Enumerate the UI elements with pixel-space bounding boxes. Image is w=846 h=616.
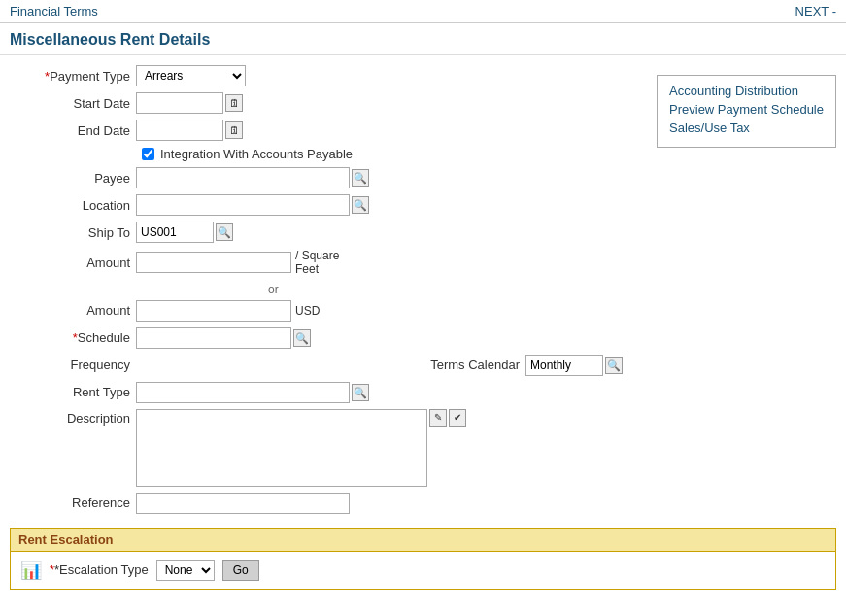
schedule-input[interactable] bbox=[136, 327, 291, 349]
description-row: Description ✎ ✔ bbox=[10, 409, 836, 487]
amount-sqft-input[interactable] bbox=[136, 252, 291, 273]
rent-escalation-chart-icon: 📊 bbox=[20, 560, 42, 581]
end-date-calendar-icon[interactable]: 🗓 bbox=[225, 121, 243, 139]
rent-type-search-icon[interactable]: 🔍 bbox=[352, 384, 369, 401]
location-row: Location 🔍 bbox=[10, 194, 836, 216]
terms-calendar-label: Terms Calendar bbox=[430, 358, 520, 372]
schedule-label: *Schedule bbox=[10, 330, 136, 345]
usd-label: USD bbox=[295, 304, 320, 318]
terms-calendar-input[interactable] bbox=[525, 355, 603, 376]
integration-checkbox[interactable] bbox=[142, 148, 154, 160]
terms-calendar-search-icon[interactable]: 🔍 bbox=[605, 357, 623, 374]
financial-terms-nav[interactable]: Financial Terms bbox=[10, 4, 98, 18]
integration-label: Integration With Accounts Payable bbox=[160, 147, 353, 161]
payment-type-select[interactable]: Arrears Advance Due on Receipt bbox=[136, 65, 246, 86]
amount-sqft-row: Amount / SquareFeet bbox=[10, 249, 836, 277]
description-textarea[interactable] bbox=[136, 409, 427, 487]
description-edit-icon[interactable]: ✎ bbox=[429, 409, 447, 427]
ship-to-row: Ship To 🔍 bbox=[10, 222, 836, 243]
schedule-row: *Schedule 🔍 bbox=[10, 327, 836, 349]
integration-row: Integration With Accounts Payable bbox=[142, 147, 836, 161]
reference-row: Reference bbox=[10, 493, 836, 514]
or-row: or bbox=[142, 283, 836, 296]
rent-escalation-header: Rent Escalation bbox=[11, 529, 835, 552]
ship-to-input[interactable] bbox=[136, 222, 214, 243]
rent-escalation-body: 📊 **Escalation Type None Fixed CPI Go bbox=[11, 552, 835, 589]
rent-escalation-section: Rent Escalation 📊 **Escalation Type None… bbox=[10, 528, 836, 590]
rent-type-row: Rent Type 🔍 bbox=[10, 382, 836, 403]
description-label: Description bbox=[10, 409, 136, 426]
amount-label: Amount bbox=[10, 256, 136, 270]
payee-row: Payee 🔍 bbox=[10, 167, 836, 188]
amount-usd-input[interactable] bbox=[136, 300, 291, 322]
ship-to-search-icon[interactable]: 🔍 bbox=[216, 223, 233, 241]
or-label: or bbox=[268, 283, 279, 296]
payee-search-icon[interactable]: 🔍 bbox=[352, 169, 369, 187]
amount-usd-row: Amount USD bbox=[10, 300, 836, 322]
description-lookup-icon[interactable]: ✔ bbox=[449, 409, 466, 427]
page-title: Miscellaneous Rent Details bbox=[0, 23, 846, 55]
rent-type-label: Rent Type bbox=[10, 385, 136, 399]
payee-input[interactable] bbox=[136, 167, 350, 188]
start-date-input[interactable] bbox=[136, 92, 223, 114]
location-label: Location bbox=[10, 198, 136, 213]
escalation-type-label: **Escalation Type bbox=[50, 563, 149, 577]
payment-type-label: **Payment TypePayment Type bbox=[10, 69, 136, 84]
ship-to-label: Ship To bbox=[10, 225, 136, 240]
amount-usd-label: Amount bbox=[10, 303, 136, 318]
sales-use-tax-link[interactable]: Sales/Use Tax bbox=[669, 120, 824, 135]
end-date-input[interactable] bbox=[136, 120, 223, 141]
go-button[interactable]: Go bbox=[222, 560, 259, 581]
escalation-type-select[interactable]: None Fixed CPI bbox=[156, 560, 215, 581]
preview-payment-schedule-link[interactable]: Preview Payment Schedule bbox=[669, 102, 824, 117]
location-search-icon[interactable]: 🔍 bbox=[352, 196, 369, 214]
next-nav[interactable]: NEXT - bbox=[795, 4, 836, 18]
accounting-distribution-link[interactable]: Accounting Distribution bbox=[669, 84, 824, 98]
end-date-label: End Date bbox=[10, 123, 136, 138]
sidebar-actions-box: Accounting Distribution Preview Payment … bbox=[657, 75, 836, 148]
frequency-terms-row: Frequency Terms Calendar 🔍 bbox=[10, 355, 836, 376]
reference-input[interactable] bbox=[136, 493, 350, 514]
start-date-calendar-icon[interactable]: 🗓 bbox=[225, 94, 243, 112]
schedule-search-icon[interactable]: 🔍 bbox=[293, 329, 311, 347]
payee-label: Payee bbox=[10, 171, 136, 186]
location-input[interactable] bbox=[136, 194, 350, 216]
reference-label: Reference bbox=[10, 496, 136, 510]
frequency-label: Frequency bbox=[10, 358, 136, 372]
square-feet-label: / SquareFeet bbox=[295, 249, 339, 277]
start-date-label: Start Date bbox=[10, 96, 136, 111]
rent-type-input[interactable] bbox=[136, 382, 350, 403]
